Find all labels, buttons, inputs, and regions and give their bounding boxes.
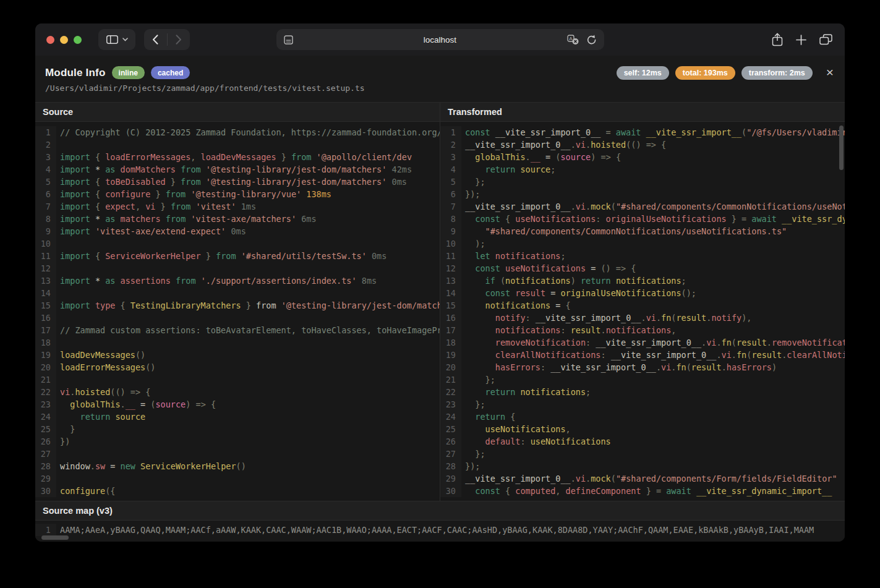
- code-line: 29: [35, 472, 440, 485]
- code-line: 7__vite_ssr_import_0__.vi.mock("#shared/…: [440, 200, 845, 213]
- code-line: 11 let notifications;: [440, 250, 845, 262]
- sidebar-icon: [106, 35, 118, 44]
- code-line: 17 notifications: result.notifications,: [440, 324, 845, 336]
- code-line: 18 removeNotification: __vite_ssr_import…: [440, 336, 845, 349]
- code-line: 27 };: [440, 448, 845, 460]
- window-zoom-button[interactable]: [74, 36, 82, 44]
- code-line: 29__vite_ssr_import_0__.vi.mock("#shared…: [440, 472, 845, 485]
- code-line: 30 const { computed, defineComponent } =…: [440, 485, 845, 497]
- code-line: 1AAMA;AAeA,yBAAG,QAAQ,MAAM;AACf,aAAW,KAA…: [35, 524, 845, 536]
- code-line: 9import 'vitest-axe/extend-expect' 0ms: [35, 225, 440, 237]
- code-line: 4import * as domMatchers from '@testing-…: [35, 163, 440, 176]
- sourcemap-code: 1AAMA;AAeA,yBAAG,QAAQ,MAAM;AACf,aAAW,KAA…: [35, 521, 845, 542]
- code-line: 21: [35, 373, 440, 386]
- back-button[interactable]: [144, 29, 167, 50]
- reload-icon[interactable]: [587, 35, 597, 45]
- code-line: 10 );: [440, 237, 845, 250]
- code-line: 6});: [440, 188, 845, 200]
- share-button[interactable]: [772, 33, 783, 46]
- module-badges: inlinecached: [112, 66, 190, 79]
- code-line: 10: [35, 237, 440, 250]
- code-line: 26 default: useNotifications: [440, 435, 845, 448]
- code-line: 21 };: [440, 373, 845, 386]
- code-line: 14 const result = originalUseNotificatio…: [440, 287, 845, 299]
- code-line: 15import type { TestingLibraryMatchers }…: [35, 299, 440, 312]
- code-line: 3import { loadErrorMessages, loadDevMess…: [35, 151, 440, 163]
- module-badge-cached: cached: [151, 66, 190, 79]
- code-line: 25 useNotifications,: [440, 423, 845, 435]
- translate-icon[interactable]: A: [567, 35, 579, 45]
- code-line: 16 notify: __vite_ssr_import_0__.vi.fn(r…: [440, 312, 845, 324]
- code-line: 13 if (notifications) return notificatio…: [440, 275, 845, 287]
- module-info-header: Module Info inlinecached /Users/vladimir…: [35, 56, 845, 103]
- code-line: 12: [35, 262, 440, 275]
- code-line: 5 };: [440, 176, 845, 188]
- timing-badge: transform: 2ms: [741, 66, 813, 80]
- svg-text:A: A: [569, 35, 573, 41]
- browser-window: localhost A: [35, 23, 845, 542]
- tabs-icon: [819, 34, 832, 45]
- code-line: 2: [35, 138, 440, 151]
- address-bar[interactable]: localhost A: [276, 29, 604, 50]
- code-line: 19 clearAllNotifications: __vite_ssr_imp…: [440, 349, 845, 361]
- toolbar-right-actions: [772, 33, 845, 46]
- timing-badges: self: 12mstotal: 193mstransform: 2ms: [617, 66, 813, 80]
- code-line: 24 return source: [35, 411, 440, 423]
- code-line: 11import { ServiceWorkerHelper } from '#…: [35, 250, 440, 262]
- code-line: 2__vite_ssr_import_0__.vi.hoisted(() => …: [440, 138, 845, 151]
- timing-badge: total: 193ms: [675, 66, 735, 80]
- transformed-pane: Transformed 1const __vite_ssr_import_0__…: [440, 103, 845, 501]
- timing-badge: self: 12ms: [617, 66, 669, 80]
- transformed-code: 1const __vite_ssr_import_0__ = await __v…: [440, 122, 845, 501]
- code-line: 23 globalThis.__ = (source) => {: [35, 398, 440, 411]
- traffic-lights: [35, 36, 82, 44]
- plus-icon: [796, 35, 806, 45]
- module-file-path: /Users/vladimir/Projects/zammad/app/fron…: [45, 83, 365, 93]
- code-line: 25 }: [35, 423, 440, 435]
- code-line: 4 return source;: [440, 163, 845, 176]
- source-pane-title: Source: [35, 103, 440, 122]
- address-text: localhost: [276, 35, 604, 45]
- window-minimize-button[interactable]: [60, 36, 68, 44]
- code-line: 1// Copyright (C) 2012-2025 Zammad Found…: [35, 126, 440, 138]
- code-line: 20loadErrorMessages(): [35, 361, 440, 373]
- new-tab-button[interactable]: [796, 35, 806, 45]
- code-line: 7import { expect, vi } from 'vitest' 1ms: [35, 200, 440, 213]
- code-line: 9 "#shared/components/CommonNotification…: [440, 225, 845, 237]
- sourcemap-pane: Source map (v3) 1AAMA;AAeA,yBAAG,QAAQ,MA…: [35, 501, 845, 542]
- code-line: 17// Zammad custom assertions: toBeAvata…: [35, 324, 440, 336]
- chevron-down-icon: [122, 38, 128, 41]
- tab-overview-button[interactable]: [819, 34, 832, 45]
- close-button[interactable]: ×: [824, 66, 836, 79]
- code-line: 20 hasErrors: __vite_ssr_import_0__.vi.f…: [440, 361, 845, 373]
- horizontal-scrollbar-thumb[interactable]: [41, 535, 69, 540]
- code-line: 30configure({: [35, 485, 440, 497]
- code-line: 12 const useNotifications = () => {: [440, 262, 845, 275]
- navigation-buttons: [144, 29, 190, 50]
- chevron-right-icon: [176, 35, 182, 45]
- code-line: 28window.sw = new ServiceWorkerHelper(): [35, 460, 440, 472]
- browser-toolbar: localhost A: [35, 23, 845, 56]
- code-line: 19loadDevMessages(): [35, 349, 440, 361]
- code-line: 6import { configure } from '@testing-lib…: [35, 188, 440, 200]
- code-line: 24 return {: [440, 411, 845, 423]
- code-line: 15 notifications = {: [440, 299, 845, 312]
- source-pane: Source 1// Copyright (C) 2012-2025 Zamma…: [35, 103, 440, 501]
- share-icon: [772, 33, 783, 46]
- sidebar-toggle-button[interactable]: [98, 29, 135, 50]
- code-line: 3 globalThis.__ = (source) => {: [440, 151, 845, 163]
- forward-button[interactable]: [168, 29, 190, 50]
- code-line: 14: [35, 287, 440, 299]
- code-line: 18: [35, 336, 440, 349]
- code-line: 5import { toBeDisabled } from '@testing-…: [35, 176, 440, 188]
- window-close-button[interactable]: [46, 36, 54, 44]
- page-title: Module Info: [45, 67, 106, 79]
- chevron-left-icon: [152, 35, 158, 45]
- code-line: 1const __vite_ssr_import_0__ = await __v…: [440, 126, 845, 138]
- code-line: 26}): [35, 435, 440, 448]
- code-line: 28});: [440, 460, 845, 472]
- vertical-scrollbar-thumb[interactable]: [839, 126, 844, 170]
- sourcemap-pane-title: Source map (v3): [35, 501, 845, 521]
- inspect-page: Module Info inlinecached /Users/vladimir…: [35, 56, 845, 542]
- code-line: 13import * as assertions from './support…: [35, 275, 440, 287]
